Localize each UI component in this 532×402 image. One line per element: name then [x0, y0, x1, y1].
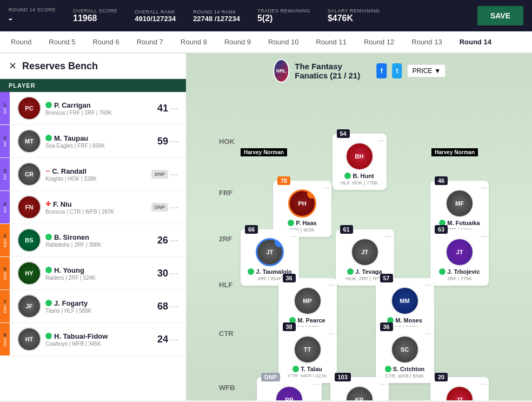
- tab-round14[interactable]: Round 14: [451, 31, 500, 54]
- more-options-button[interactable]: ···: [313, 379, 320, 388]
- player-name: H. Tabuai-Fidow: [54, 332, 108, 340]
- round14-rank-value: 22748 /127234: [193, 15, 240, 23]
- player-name: M. Pearce: [297, 317, 325, 324]
- more-options-button[interactable]: ···: [385, 232, 392, 240]
- status-icon: [45, 333, 52, 339]
- frf-right-score: 46: [435, 176, 448, 185]
- more-options-button[interactable]: ···: [480, 232, 487, 240]
- field-player-wfb-right: 20 ··· JT J. Tedesco WFB | 778K: [430, 377, 489, 400]
- wfb-left-score: DNP: [261, 373, 280, 381]
- more-options-button[interactable]: ···: [168, 235, 181, 246]
- salary-remaining-stat: SALARY REMAINING $476K: [328, 8, 380, 23]
- player-score: 59: [149, 136, 168, 147]
- tab-round9[interactable]: Round 9: [216, 31, 260, 54]
- tab-round13[interactable]: Round 13: [403, 31, 450, 54]
- list-item: 6 EMG HY H. Young Raiders | 2RF | 524K 3…: [0, 257, 186, 290]
- dnp-badge: DNP: [151, 203, 168, 212]
- close-icon[interactable]: ✕: [9, 60, 17, 72]
- position-label-hlf: HLF: [219, 281, 232, 289]
- status-icon: ✚: [45, 200, 51, 208]
- status-icon: [248, 268, 254, 275]
- more-options-button[interactable]: ···: [168, 268, 181, 279]
- panel-title: Reserves Bench: [22, 61, 98, 72]
- tab-round[interactable]: Round: [2, 31, 40, 54]
- more-options-button[interactable]: ···: [290, 232, 297, 240]
- avatar: MF: [445, 189, 474, 218]
- avatar: HY: [17, 261, 41, 285]
- player-meta: 2RF | 775K: [447, 276, 471, 281]
- salary-remaining-value: $476K: [328, 14, 353, 23]
- field-area: HOK Harvey Norman Harvey Norman 54 ··· B…: [187, 54, 532, 400]
- more-options-button[interactable]: ···: [480, 379, 487, 388]
- player-meta: Rabbitohs | 2RF | 388K: [45, 242, 149, 248]
- tab-round11[interactable]: Round 11: [307, 31, 355, 54]
- overall-score-value: 11968: [73, 14, 97, 23]
- tab-round12[interactable]: Round 12: [355, 31, 403, 54]
- player-name: B. Hunt: [353, 173, 374, 179]
- more-options-button[interactable]: ···: [328, 280, 335, 289]
- main-layout: ✕ Reserves Bench PLAYER 1 INT PC P. Carr…: [0, 54, 532, 400]
- price-dropdown[interactable]: PRICE ▼: [408, 64, 446, 77]
- more-options-button[interactable]: ···: [168, 202, 181, 213]
- player-name: J. Fogarty: [54, 299, 88, 307]
- player-name: P. Haas: [296, 220, 316, 226]
- more-options-button[interactable]: ···: [168, 103, 181, 114]
- status-icon: [344, 173, 351, 179]
- round14-score-stat: ROUND 14 SCORE -: [9, 7, 56, 25]
- position-badge-3: 3 INT: [0, 158, 10, 190]
- tab-round6[interactable]: Round 6: [84, 31, 128, 54]
- more-options-button[interactable]: ···: [378, 136, 384, 144]
- avatar: JF: [17, 294, 41, 318]
- header: ROUND 14 SCORE - OVERALL SCORE 11968 OVE…: [0, 0, 532, 31]
- save-button[interactable]: SAVE: [477, 6, 523, 25]
- 2rf-mid-score: 61: [340, 225, 353, 234]
- list-item: 4 INT FN ✚ F. Niu Broncos | CTR | WFB | …: [0, 191, 186, 224]
- list-item: 1 INT PC P. Carrigan Broncos | FRF | 2RF…: [0, 92, 186, 125]
- status-icon: [385, 366, 391, 372]
- status-icon: [45, 102, 52, 108]
- position-label-frf: FRF: [219, 189, 232, 197]
- status-icon: [288, 220, 294, 226]
- more-options-button[interactable]: ···: [168, 169, 181, 180]
- position-badge-6: 6 EMG: [0, 257, 10, 289]
- dnp-badge: DNP: [151, 170, 168, 179]
- position-label-2rf: 2RF: [219, 235, 232, 243]
- tab-round7[interactable]: Round 7: [128, 31, 172, 54]
- list-item: 7 EMG JF J. Fogarty Titans | HLF | 588K …: [0, 290, 186, 323]
- more-options-button[interactable]: ···: [425, 329, 432, 338]
- player-name: J. Tevaga: [355, 268, 382, 275]
- avatar: JT: [351, 238, 379, 266]
- round14-score-label: ROUND 14 SCORE: [9, 7, 56, 12]
- 2rf-right-score: 63: [435, 225, 448, 234]
- list-item: 3 INT CR − C. Randall Knights | HOK | 32…: [0, 158, 186, 191]
- status-icon: [439, 268, 445, 275]
- hok-score: 54: [337, 129, 350, 138]
- avatar: MM: [391, 287, 419, 315]
- panel-header: ✕ Reserves Bench: [0, 54, 186, 79]
- more-options-button[interactable]: ···: [328, 329, 335, 338]
- tab-round10[interactable]: Round 10: [260, 31, 307, 54]
- facebook-button[interactable]: f: [376, 63, 387, 78]
- more-options-button[interactable]: ···: [425, 280, 432, 289]
- avatar: SC: [391, 335, 419, 364]
- more-options-button[interactable]: ···: [168, 301, 181, 312]
- salary-remaining-label: SALARY REMAINING: [328, 8, 380, 14]
- hlf-right-score: 57: [380, 274, 393, 282]
- more-options-button[interactable]: ···: [323, 183, 329, 192]
- avatar: JT: [445, 238, 474, 266]
- trades-remaining-stat: TRADES REMAINING 5(2): [257, 8, 310, 23]
- tab-round5[interactable]: Round 5: [40, 31, 84, 54]
- player-name: T. Talau: [301, 366, 322, 372]
- trades-remaining-label: TRADES REMAINING: [257, 8, 310, 14]
- more-options-button[interactable]: ···: [168, 334, 181, 345]
- player-name: H. Young: [54, 266, 84, 274]
- tab-round8[interactable]: Round 8: [172, 31, 216, 54]
- more-options-button[interactable]: ···: [168, 136, 181, 147]
- more-options-button[interactable]: ···: [480, 183, 487, 192]
- status-icon: [292, 366, 299, 372]
- more-options-button[interactable]: ···: [380, 379, 387, 388]
- hlf-left-score: 36: [283, 274, 296, 282]
- position-badge-1: 1 INT: [0, 92, 10, 124]
- twitter-button[interactable]: t: [392, 63, 402, 78]
- avatar: MT: [17, 129, 41, 153]
